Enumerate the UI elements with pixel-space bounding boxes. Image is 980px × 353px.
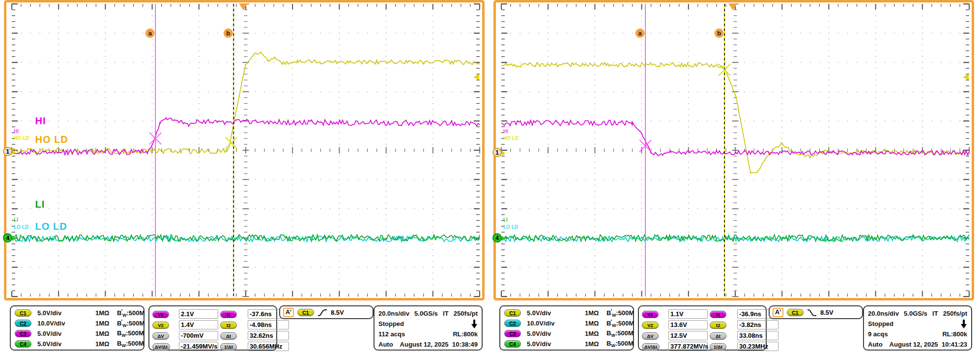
edge-tag-lo-ld: LO LD [503,224,518,230]
sample-resolution: 250fs/pt [454,310,478,317]
channel-vdiv-label: 5.0V/div [37,309,95,317]
acquisition-count: 112 acqs [378,330,405,338]
channel-badge-wrap: C2 [504,320,527,327]
measurement-badge-δv-δt[interactable]: ΔV/Δt [642,343,660,351]
scope-panel-right: abHIHO LDLILO LD14C15.0V/div1MΩB′W:500MC… [493,0,974,353]
time-label: 10:38:49 [452,341,478,348]
channel-bandwidth-label: BW:500M [606,340,634,348]
measurement-badge-1-δt[interactable]: 1/Δt [710,343,726,351]
channel-settings-box[interactable]: C15.0V/div1MΩB′W:500MC210.0V/div1MΩB′W:5… [10,305,144,351]
measurement-badge-δv-δt[interactable]: ΔV/Δt [152,343,170,351]
measurement-value-δt: 33.08ns [737,331,778,340]
measurement-badge-v1[interactable]: V1 [642,311,659,318]
channel-vdiv-label: 5.0V/div [527,340,585,348]
channel-row-c3: C35.0V/div1MΩBW:500M [500,328,633,339]
cursor-b-label-text: b [717,29,721,37]
channel-marker-arrow [502,236,505,241]
channel-badge-wrap: C3 [15,330,37,337]
channel-impedance-label: 1MΩ [95,309,117,317]
channel-badge-wrap: C2 [15,320,37,327]
measurement-value-t2: -3.82ns [737,320,778,329]
measurement-badge-1-δt[interactable]: 1/Δt [220,343,237,351]
measurement-badge-v2[interactable]: V2 [152,322,169,329]
channel-badge-c1[interactable]: C1 [15,309,31,317]
time-label: 10:41:23 [942,341,967,348]
acquisition-stopped-arrow-icon [471,320,478,328]
channel-vdiv-label: 10.0V/div [527,320,585,327]
interpolation-mode: IT [443,310,449,317]
trigger-box[interactable]: A'C18.5V [279,305,374,319]
measurement-badge-t1[interactable]: t1 [710,311,726,318]
channel-badge-c2[interactable]: C2 [15,320,31,327]
measurement-value-δt: 32.62ns [248,331,289,340]
channel-row-c2: C210.0V/div1MΩB′W:500M [11,318,144,328]
timebase-row-acqs: 9 acqsRL:800k [868,329,967,339]
channel-badge-wrap: C4 [504,340,527,348]
channel-row-c1: C15.0V/div1MΩB′W:500M [500,308,633,318]
graticule-display-left: ab [4,0,485,300]
channel-badge-c3[interactable]: C3 [504,330,521,337]
channel-badge-c4[interactable]: C4 [504,340,521,348]
measurement-badge-t1[interactable]: t1 [220,311,237,318]
trigger-box[interactable]: A'C18.5V [769,305,863,319]
cursor-measurements-box[interactable]: V11.1Vt1-36.9nsV213.6Vt2-3.82nsΔV12.5VΔt… [638,305,767,351]
channel-settings-box[interactable]: C15.0V/div1MΩB′W:500MC210.0V/div1MΩB′W:5… [499,305,634,351]
measurement-badge-wrap: V1 [152,310,177,318]
edge-tag-hi: HI [14,128,19,134]
channel-row-c4: C45.0V/div1MΩBW:500M [11,339,144,349]
measurement-badge-wrap: V1 [642,310,666,318]
edge-tag-li: LI [503,217,508,222]
date-label: August 12, 2025 [400,341,449,348]
measurement-badge-wrap: V2 [642,321,666,329]
measurement-badge-δt[interactable]: Δt [220,332,237,340]
measurement-value-1-δt: 30.656MHz [248,342,289,351]
channel-row-c2: C210.0V/div1MΩB′W:500M [500,318,633,328]
measurement-badge-t2[interactable]: t2 [220,322,237,329]
measurement-value-δv-δt: 377.872MV/s [668,342,708,351]
channel-bandwidth-label: B′W:500M [606,308,634,318]
waveform-label-hi: HI [35,115,46,127]
measurement-badge-wrap: ΔV [152,332,177,340]
measurement-badge-t2[interactable]: t2 [710,322,726,329]
measurement-value-t2: -4.98ns [248,320,289,329]
channel-badge-wrap: C4 [15,340,37,348]
channel-marker-arrow [12,150,16,155]
edge-tag-lo-ld: LO LD [14,224,29,230]
timebase-box: 20.0ns/div5.0GS/sIT250fs/ptStopped112 ac… [374,305,483,351]
trigger-source-badge[interactable]: C1 [787,309,804,316]
measurement-badge-δv[interactable]: ΔV [152,332,169,340]
measurement-badge-wrap: t1 [710,310,735,318]
record-length: RL:800k [453,330,478,338]
acquisition-status: Stopped [378,320,404,327]
acquisition-count: 9 acqs [868,330,888,338]
cursor-b-label-text: b [226,29,230,37]
measurement-value-v1: 2.1V [179,309,218,319]
trigger-row: A'C18.5V [280,306,373,317]
sample-rate: 5.0GS/s [904,310,927,317]
acquisition-stopped-arrow-icon [960,320,967,328]
trigger-level-value: 8.5V [331,309,344,316]
channel-badge-c3[interactable]: C3 [15,330,31,337]
scope-panel-left: abHIHO LDLILO LDHIHO LDLILO LD14C15.0V/d… [4,0,485,353]
trigger-source-badge[interactable]: C1 [297,309,314,316]
channel-marker-arrow [12,236,16,241]
channel-vdiv-label: 10.0V/div [37,320,95,327]
channel-vdiv-label: 5.0V/div [527,309,585,317]
measurements-grid: V12.1Vt1-37.6nsV21.4Vt2-4.98nsΔV-700mVΔt… [149,306,276,351]
cursor-measurements-box[interactable]: V12.1Vt1-37.6nsV21.4Vt2-4.98nsΔV-700mVΔt… [148,305,277,351]
record-length: RL:800k [942,330,967,338]
measurement-badge-wrap: Δt [220,332,246,340]
channel-badge-wrap: C1 [504,309,527,317]
channel-impedance-label: 1MΩ [95,320,117,327]
channel-badge-c1[interactable]: C1 [504,309,521,317]
channel-badge-c4[interactable]: C4 [15,340,31,348]
measurement-badge-δt[interactable]: Δt [710,332,726,340]
measurement-badge-v2[interactable]: V2 [642,322,659,329]
measurement-badge-δv[interactable]: ΔV [642,332,659,340]
channel-badge-c2[interactable]: C2 [504,320,521,327]
measurement-badge-v1[interactable]: V1 [152,311,169,318]
timebase-scale: 20.0ns/div [378,310,409,317]
timebase-row-date: AutoAugust 12, 202510:38:49 [378,339,478,350]
timebase-row-date: AutoAugust 12, 202510:41:23 [868,339,967,350]
edge-tag-ho-ld: HO LD [14,135,29,140]
